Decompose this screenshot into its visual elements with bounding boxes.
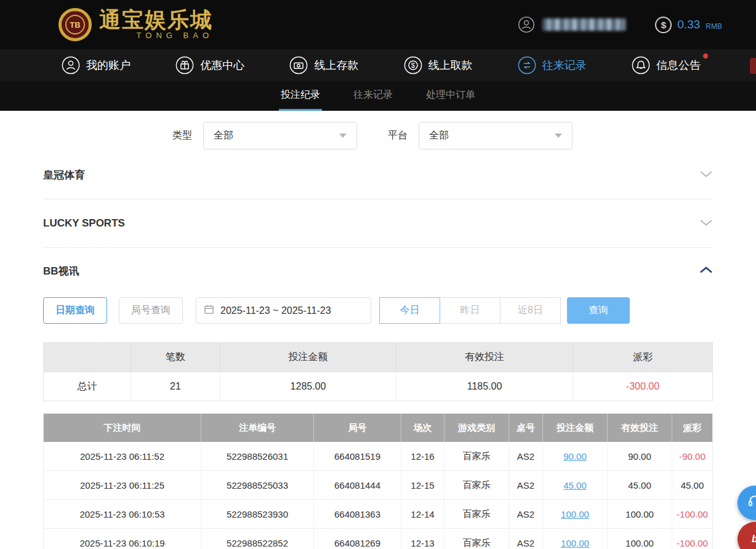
deposit-coin-icon bbox=[289, 56, 308, 74]
site-logo[interactable]: TB 通宝娱乐城 TONG BAO bbox=[58, 8, 213, 41]
bet-amount-link[interactable]: 90.00 bbox=[563, 451, 587, 462]
balance-currency: RMB bbox=[706, 22, 722, 31]
promo-logo-icon: b bbox=[752, 534, 756, 545]
summary-total-label: 总计 bbox=[44, 372, 131, 401]
cell-bet-time: 2025-11-23 06:10:53 bbox=[44, 500, 201, 528]
header-bet-time: 下注时间 bbox=[44, 414, 201, 442]
last-8-days-button[interactable]: 近8日 bbox=[500, 297, 561, 324]
nav-item-deposit[interactable]: 线上存款 bbox=[289, 56, 358, 74]
summary-count: 21 bbox=[131, 372, 220, 401]
quick-range-group: 今日 昨日 近8日 bbox=[379, 297, 561, 324]
bet-records-table: 下注时间 注单编号 局号 场次 游戏类别 桌号 投注金额 有效投注 派彩 202… bbox=[43, 414, 713, 549]
type-select[interactable]: 全部 bbox=[203, 122, 357, 150]
tab-pending-orders[interactable]: 处理中订单 bbox=[424, 81, 477, 111]
cell-valid-bet: 90.00 bbox=[608, 442, 672, 470]
header-game-type: 游戏类别 bbox=[444, 414, 509, 442]
nav-label: 优惠中心 bbox=[200, 58, 244, 73]
chevron-down-icon bbox=[555, 134, 562, 138]
tab-transaction-records[interactable]: 往来记录 bbox=[352, 81, 395, 111]
section-title: 皇冠体育 bbox=[43, 168, 85, 182]
cell-payout: -100.00 bbox=[672, 500, 712, 528]
cell-game-type: 百家乐 bbox=[444, 500, 509, 528]
nav-item-announcements[interactable]: 信息公告 bbox=[632, 56, 701, 74]
user-area: $ 0.33 RMB bbox=[518, 16, 722, 33]
tab-bet-records[interactable]: 投注纪录 bbox=[279, 81, 322, 111]
nav-label: 我的账户 bbox=[86, 58, 131, 73]
cell-order-id: 522988525033 bbox=[201, 471, 314, 499]
cell-round-id: 664081269 bbox=[314, 529, 401, 549]
cell-session: 12-13 bbox=[401, 529, 444, 549]
type-select-value: 全部 bbox=[214, 129, 233, 142]
cell-valid-bet: 100.00 bbox=[608, 529, 672, 549]
header-bet-amount: 投注金额 bbox=[543, 414, 608, 442]
query-toolbar: 日期查询 局号查询 2025-11-23 ~ 2025-11-23 今日 昨日 … bbox=[43, 297, 713, 324]
edge-marquee-partial bbox=[750, 58, 756, 74]
notification-dot bbox=[703, 54, 708, 58]
bet-amount-link[interactable]: 45.00 bbox=[563, 480, 587, 491]
type-filter-label: 类型 bbox=[172, 129, 192, 142]
promo-floating-button[interactable]: b bbox=[738, 522, 756, 549]
customer-service-button[interactable] bbox=[738, 486, 756, 520]
summary-header-payout: 派彩 bbox=[573, 343, 712, 372]
filter-bar: 类型 全部 平台 全部 bbox=[172, 121, 756, 150]
table-row: 2025-11-23 06:10:19 522988522852 6640812… bbox=[44, 529, 712, 549]
poker-chip-icon: TB bbox=[58, 8, 92, 41]
yesterday-button[interactable]: 昨日 bbox=[440, 297, 501, 324]
cell-table-no: AS2 bbox=[509, 500, 543, 528]
nav-item-withdraw[interactable]: $ 线上取款 bbox=[404, 56, 473, 74]
cell-table-no: AS2 bbox=[509, 529, 543, 549]
chevron-down-icon bbox=[699, 169, 713, 180]
cell-round-id: 664081363 bbox=[314, 500, 401, 528]
main-nav: 我的账户 优惠中心 线上存款 $ 线上取款 bbox=[0, 49, 756, 81]
dollar-icon: $ bbox=[655, 17, 672, 33]
cell-session: 12-16 bbox=[401, 442, 444, 470]
summary-payout: -300.00 bbox=[573, 372, 712, 401]
records-icon bbox=[518, 56, 536, 74]
platform-filter-label: 平台 bbox=[388, 129, 408, 142]
cell-bet-time: 2025-11-23 06:11:25 bbox=[44, 471, 201, 499]
nav-label: 线上存款 bbox=[314, 58, 358, 73]
nav-label: 信息公告 bbox=[656, 58, 701, 73]
calendar-icon bbox=[204, 304, 214, 317]
summary-header-count: 笔数 bbox=[131, 343, 220, 372]
platform-select[interactable]: 全部 bbox=[419, 122, 573, 150]
user-icon bbox=[62, 56, 80, 74]
cell-session: 12-14 bbox=[401, 500, 444, 528]
today-button[interactable]: 今日 bbox=[379, 297, 440, 324]
cell-game-type: 百家乐 bbox=[444, 471, 509, 499]
round-query-button[interactable]: 局号查询 bbox=[119, 297, 183, 324]
nav-item-promotions[interactable]: 优惠中心 bbox=[175, 56, 244, 74]
summary-total-row: 总计 21 1285.00 1185.00 -300.00 bbox=[44, 372, 712, 401]
cell-order-id: 522988523930 bbox=[201, 500, 314, 528]
nav-label: 往来记录 bbox=[542, 58, 587, 73]
record-tabs: 投注纪录 往来记录 处理中订单 bbox=[0, 81, 756, 111]
logo-title: 通宝娱乐城 bbox=[99, 9, 213, 32]
date-range-value: 2025-11-23 ~ 2025-11-23 bbox=[220, 305, 331, 316]
cell-game-type: 百家乐 bbox=[444, 529, 509, 549]
section-lucky-sports[interactable]: LUCKY SPORTS bbox=[43, 199, 713, 248]
bet-amount-link[interactable]: 100.00 bbox=[561, 509, 589, 519]
cell-bet-time: 2025-11-23 06:11:52 bbox=[44, 442, 201, 470]
cell-bet-time: 2025-11-23 06:10:19 bbox=[44, 529, 201, 549]
date-range-input[interactable]: 2025-11-23 ~ 2025-11-23 bbox=[196, 297, 371, 324]
user-avatar-icon[interactable] bbox=[518, 16, 535, 33]
svg-text:$: $ bbox=[411, 62, 415, 69]
nav-item-records[interactable]: 往来记录 bbox=[518, 56, 587, 74]
header-order-id: 注单编号 bbox=[201, 414, 314, 442]
header-table-no: 桌号 bbox=[509, 414, 543, 442]
cell-game-type: 百家乐 bbox=[444, 442, 509, 470]
bet-amount-link[interactable]: 100.00 bbox=[561, 538, 589, 548]
top-bar: TB 通宝娱乐城 TONG BAO $ 0.33 RMB bbox=[0, 0, 756, 49]
chevron-up-icon bbox=[699, 265, 713, 276]
section-crown-sports[interactable]: 皇冠体育 bbox=[43, 151, 713, 199]
nav-item-my-account[interactable]: 我的账户 bbox=[62, 56, 131, 74]
search-button[interactable]: 查询 bbox=[567, 297, 630, 324]
date-query-button[interactable]: 日期查询 bbox=[43, 297, 107, 324]
logo-subtitle: TONG BAO bbox=[137, 31, 213, 40]
table-row: 2025-11-23 06:10:53 522988523930 6640813… bbox=[44, 500, 712, 529]
section-bb-video[interactable]: BB视讯 bbox=[43, 248, 713, 294]
chevron-down-icon bbox=[699, 218, 713, 229]
summary-bet-amount: 1285.00 bbox=[220, 372, 396, 401]
summary-valid-bet: 1185.00 bbox=[396, 372, 573, 401]
balance[interactable]: $ 0.33 RMB bbox=[655, 17, 722, 33]
